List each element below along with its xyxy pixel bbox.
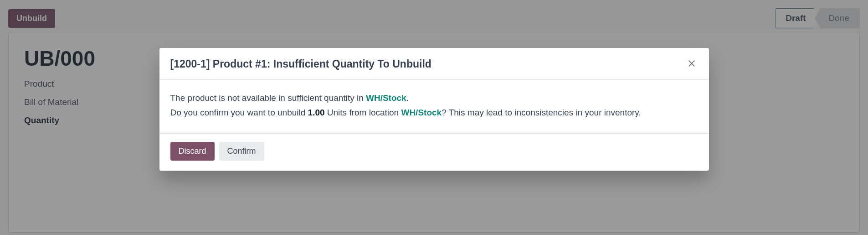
discard-button[interactable]: Discard	[170, 142, 215, 161]
modal-title: [1200-1] Product #1: Insufficient Quanti…	[170, 58, 431, 70]
close-icon	[687, 63, 696, 69]
modal-text: Do you confirm you want to unbuild	[170, 108, 308, 117]
warning-modal: [1200-1] Product #1: Insufficient Quanti…	[159, 48, 709, 171]
location-link[interactable]: WH/Stock	[366, 93, 406, 103]
modal-text: ? This may lead to inconsistencies in yo…	[442, 108, 641, 117]
location-link[interactable]: WH/Stock	[401, 108, 442, 117]
modal-text: Units from location	[325, 108, 401, 117]
modal-body: The product is not available in sufficie…	[159, 80, 709, 134]
modal-text: .	[406, 93, 409, 103]
modal-close-button[interactable]	[685, 57, 698, 71]
modal-overlay: [1200-1] Product #1: Insufficient Quanti…	[0, 0, 868, 235]
modal-text: The product is not available in sufficie…	[170, 93, 366, 103]
qty-value: 1.00	[308, 108, 325, 117]
confirm-button[interactable]: Confirm	[219, 142, 264, 161]
